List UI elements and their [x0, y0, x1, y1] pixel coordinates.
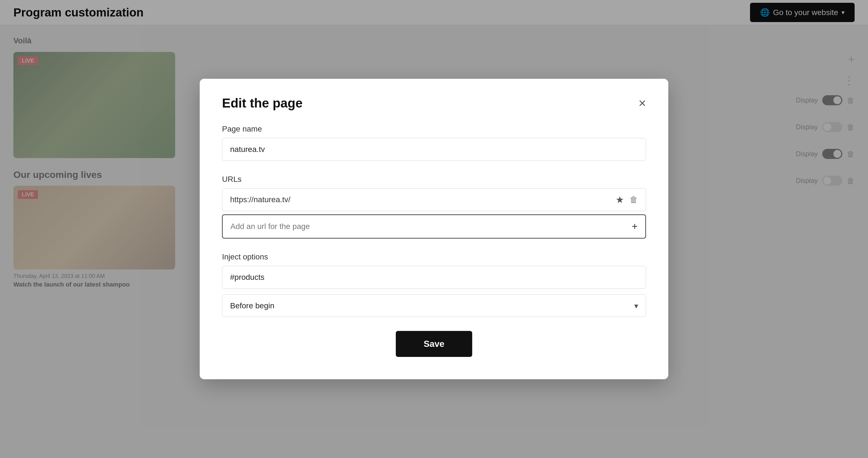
urls-section: URLs https://naturea.tv/ ★ 🗑 + — [222, 175, 646, 238]
modal-title: Edit the page — [222, 95, 303, 111]
url-add-field-wrapper[interactable]: + — [222, 214, 646, 238]
add-url-icon[interactable]: + — [632, 221, 638, 232]
star-icon[interactable]: ★ — [616, 194, 624, 205]
page-name-label: Page name — [222, 124, 646, 134]
before-begin-wrapper: Before begin After begin Before end Afte… — [222, 294, 646, 317]
save-button[interactable]: Save — [396, 331, 472, 357]
edit-page-modal: Edit the page × Page name URLs https://n… — [200, 79, 668, 379]
url-add-input[interactable] — [230, 222, 632, 231]
url-value: https://naturea.tv/ — [230, 195, 610, 204]
inject-options-section: Inject options Before begin After begin … — [222, 253, 646, 317]
page-name-section: Page name — [222, 124, 646, 161]
inject-input[interactable] — [222, 266, 646, 289]
modal-footer: Save — [222, 331, 646, 357]
inject-options-label: Inject options — [222, 253, 646, 261]
url-item: https://naturea.tv/ ★ 🗑 — [222, 188, 646, 211]
modal-overlay[interactable]: Edit the page × Page name URLs https://n… — [0, 0, 868, 458]
modal-header: Edit the page × — [222, 95, 646, 111]
page-name-input[interactable] — [222, 138, 646, 161]
url-delete-icon[interactable]: 🗑 — [629, 195, 638, 204]
close-button[interactable]: × — [639, 97, 646, 110]
urls-label: URLs — [222, 175, 646, 184]
timing-select[interactable]: Before begin After begin Before end Afte… — [222, 294, 646, 317]
